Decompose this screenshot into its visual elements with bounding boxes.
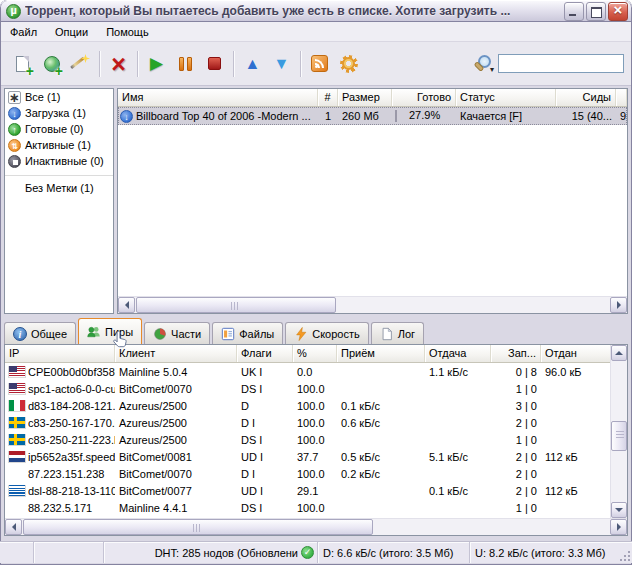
create-torrent-button[interactable]: [66, 50, 95, 77]
scroll-up-button[interactable]: [611, 345, 627, 361]
menu-file[interactable]: Файл: [1, 24, 46, 40]
scroll-right-button[interactable]: [610, 297, 627, 313]
detail-tabbar: Общее Пиры Части Файлы Скорость: [0, 316, 632, 344]
hscroll-thumb[interactable]: [136, 297, 336, 313]
peer-up-rate: 0.1 кБ/с: [425, 485, 491, 497]
tab-pieces[interactable]: Части: [144, 322, 210, 344]
hscroll-thumb[interactable]: [23, 519, 373, 535]
chevron-down-icon: ▾: [490, 65, 494, 74]
column-header-done[interactable]: Готово: [392, 89, 456, 106]
column-header-seeds[interactable]: Сиды: [556, 89, 616, 106]
active-icon: [8, 139, 21, 152]
statusbar-dht-section: DHT: 285 нодов (Обновлени: [104, 542, 318, 563]
add-url-button[interactable]: +: [37, 50, 66, 77]
sidebar-item-all[interactable]: Все (1): [5, 89, 113, 105]
peers-hscrollbar[interactable]: [5, 518, 627, 535]
peer-flags: D I: [237, 417, 293, 429]
column-header-down[interactable]: Приём: [337, 345, 425, 362]
sidebar-item-finished[interactable]: Готовые (0): [5, 121, 113, 137]
tab-peers[interactable]: Пиры: [78, 318, 142, 344]
tab-speed[interactable]: Скорость: [285, 322, 369, 344]
peers-vscrollbar[interactable]: [610, 345, 627, 518]
pause-button[interactable]: [171, 50, 200, 77]
remove-button[interactable]: ×: [104, 50, 133, 77]
peer-row[interactable]: spc1-acto6-0-0-cus... BitComet/0070 DS I…: [5, 380, 627, 397]
resize-grip[interactable]: [618, 549, 631, 562]
peer-requests: 2 | 0: [491, 485, 541, 497]
country-flag-icon: [9, 434, 25, 445]
peer-ip-cell: 88.232.5.171: [5, 502, 115, 514]
add-torrent-button[interactable]: +: [8, 50, 37, 77]
search-input[interactable]: [498, 54, 624, 73]
progress-bar: 27.9%: [395, 110, 397, 122]
menu-help[interactable]: Помощь: [97, 24, 158, 40]
peer-row[interactable]: c83-250-211-223.b... Azureus/2500 DS I 1…: [5, 431, 627, 448]
country-flag-icon: [9, 485, 25, 496]
close-button[interactable]: [608, 2, 628, 21]
stop-button[interactable]: [200, 50, 229, 77]
column-header-reqs[interactable]: Зап...: [491, 345, 541, 362]
peer-row[interactable]: ip5652a35f.speed.... BitComet/0081 UD I …: [5, 448, 627, 465]
vscroll-thumb[interactable]: [611, 421, 627, 451]
column-header-flags[interactable]: Флаги: [237, 345, 293, 362]
peer-row[interactable]: CPE00b0d0bf3586-... Mainline 5.0.4 UK I …: [5, 363, 627, 380]
move-up-button[interactable]: ▲: [238, 50, 267, 77]
downloading-status-icon: [120, 110, 133, 123]
download-speed-text: D: 6.6 кБ/с (итого: 3.5 Мб): [323, 547, 453, 559]
peer-requests: 1 | 0: [491, 383, 541, 395]
maximize-button[interactable]: [586, 2, 606, 21]
column-header-order[interactable]: #: [318, 89, 338, 106]
sidebar-item-inactive[interactable]: Инактивные (0): [5, 153, 113, 169]
title-bar[interactable]: Торрент, который Вы пытаетесь добавить у…: [0, 0, 632, 22]
column-header-name[interactable]: Имя: [118, 89, 318, 106]
minimize-button[interactable]: [564, 2, 584, 21]
scroll-left-button[interactable]: [5, 519, 22, 535]
torrent-name: Billboard Top 40 of 2006 -Modern ...: [136, 110, 311, 122]
move-down-button[interactable]: ▼: [267, 50, 296, 77]
scroll-left-button[interactable]: [118, 297, 135, 313]
sidebar-item-active[interactable]: Активные (1): [5, 137, 113, 153]
peer-ip: 87.223.151.238: [28, 468, 104, 480]
torrent-list-hscrollbar[interactable]: [118, 296, 627, 313]
column-header-partial[interactable]: [616, 89, 627, 106]
sidebar-item-downloading[interactable]: Загрузка (1): [5, 105, 113, 121]
peer-client: BitComet/0070: [115, 383, 237, 395]
peer-row[interactable]: dsl-88-218-13-110.... BitComet/0077 UD I…: [5, 482, 627, 499]
rss-button[interactable]: [305, 50, 334, 77]
torrent-list-panel: Имя # Размер Готово Статус Сиды Billboar…: [117, 88, 628, 314]
peer-requests: 3 | 0: [491, 400, 541, 412]
peer-row[interactable]: d83-184-208-121.c... Azureus/2500 D 100.…: [5, 397, 627, 414]
scroll-right-button[interactable]: [610, 519, 627, 535]
tab-files[interactable]: Файлы: [212, 322, 283, 344]
peer-down-rate: 0.6 кБ/с: [337, 417, 425, 429]
sidebar-item-no-label[interactable]: Без Метки (1): [5, 180, 113, 196]
check-icon: [301, 546, 314, 559]
torrent-row[interactable]: Billboard Top 40 of 2006 -Modern ... 1 2…: [118, 107, 627, 125]
files-icon: [221, 327, 235, 341]
settings-button[interactable]: [334, 50, 363, 77]
settings-gear-icon: [340, 55, 358, 73]
scroll-down-button[interactable]: [611, 502, 627, 518]
peer-client: BitComet/0081: [115, 451, 237, 463]
statusbar-download-section: D: 6.6 кБ/с (итого: 3.5 Мб): [318, 542, 470, 563]
column-header-size[interactable]: Размер: [338, 89, 392, 106]
peer-ip: CPE00b0d0bf3586-...: [28, 366, 115, 378]
search-icon[interactable]: ▾: [472, 54, 492, 74]
peer-ip-cell: d83-184-208-121.c...: [5, 400, 115, 412]
category-sidebar: Все (1) Загрузка (1) Готовые (0) Активны…: [4, 88, 114, 314]
peer-row[interactable]: 88.232.5.171 Mainline 4.4.1 DS I 100.0 1…: [5, 499, 627, 516]
peer-row[interactable]: 87.223.151.238 BitComet/0070 D I 100.0 0…: [5, 465, 627, 482]
toolbar: + + × ▶ ▲ ▼ ▾: [1, 42, 631, 86]
column-header-percent[interactable]: %: [293, 345, 337, 362]
start-button[interactable]: ▶: [142, 50, 171, 77]
column-header-status[interactable]: Статус: [456, 89, 556, 106]
column-header-up[interactable]: Отдача: [425, 345, 491, 362]
tab-general[interactable]: Общее: [4, 322, 76, 344]
peer-row[interactable]: c83-250-167-170.b... Azureus/2500 D I 10…: [5, 414, 627, 431]
menu-options[interactable]: Опции: [46, 24, 97, 40]
peer-client: Mainline 4.4.1: [115, 502, 237, 514]
tab-log[interactable]: Лог: [371, 322, 424, 344]
log-page-icon: [380, 327, 394, 341]
column-header-client[interactable]: Клиент: [115, 345, 237, 362]
column-header-ip[interactable]: IP: [5, 345, 115, 362]
